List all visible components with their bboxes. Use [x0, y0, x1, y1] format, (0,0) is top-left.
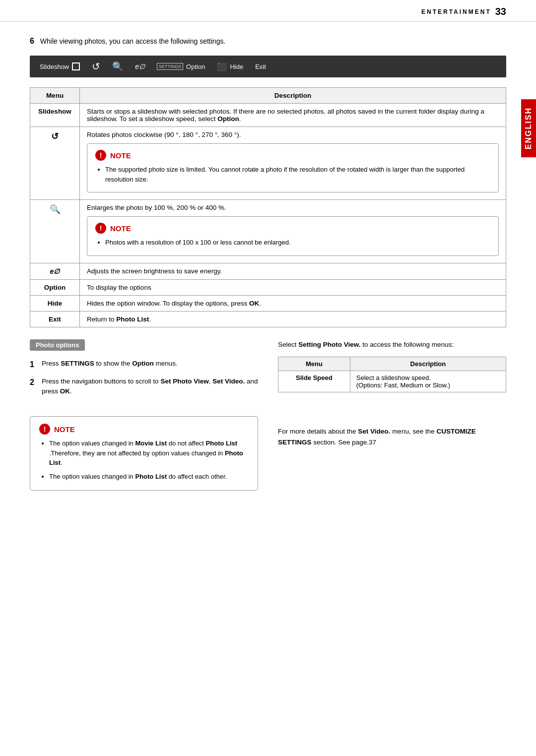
page-header: ENTERTAINMENT 33	[0, 0, 536, 22]
note-header: ! NOTE	[95, 223, 490, 234]
note-content: Photos with a resolution of 100 x 100 or…	[95, 238, 490, 248]
zoom-icon: 🔍	[112, 61, 123, 72]
section-title: ENTERTAINMENT	[421, 8, 491, 15]
menu-desc-slideshow: Starts or stops a slideshow with selecte…	[80, 104, 506, 127]
table-row: ↺ Rotates photos clockwise (90 °, 180 °,…	[30, 127, 506, 200]
menu-name-zoom: 🔍	[30, 200, 80, 263]
photo-options-left: Photo options 1 Press SETTINGS to show t…	[30, 339, 258, 405]
menu-table: Menu Description Slideshow Starts or sto…	[30, 87, 506, 327]
list-item: The option values changed in Movie List …	[49, 439, 249, 468]
note-title: NOTE	[110, 151, 131, 160]
toolbar-option[interactable]: SETTINGS Option	[157, 63, 205, 70]
photo-bottom: ! NOTE The option values changed in Movi…	[30, 416, 506, 501]
steps-list: 1 Press SETTINGS to show the Option menu…	[30, 359, 258, 397]
slideshow-icon-box	[72, 63, 80, 70]
toolbar-zoom[interactable]: 🔍	[112, 61, 123, 72]
settings-icon: SETTINGS	[157, 63, 183, 70]
menu-desc-hide: Hides the option window. To display the …	[80, 295, 506, 311]
step-number-1: 1	[30, 359, 38, 371]
table-row: Option To display the options	[30, 279, 506, 295]
step-1-text: Press SETTINGS to show the Option menus.	[42, 359, 178, 369]
note-icon: !	[39, 424, 50, 435]
small-menu-table: Menu Description Slide Speed Select a sl…	[278, 357, 506, 392]
menu-name-eco: e∅	[30, 263, 80, 279]
table-row: Slide Speed Select a slideshow speed. (O…	[278, 371, 506, 392]
slideshow-label: Slideshow	[40, 63, 69, 70]
menu-desc-exit: Return to Photo List.	[80, 311, 506, 327]
toolbar-hide[interactable]: ⬛ Hide	[217, 62, 243, 71]
photo-options-badge: Photo options	[30, 339, 85, 351]
option-label: Option	[186, 63, 205, 70]
page-container: ENGLISH ENTERTAINMENT 33 6 While viewing…	[0, 0, 536, 756]
menu-name-option: Option	[30, 279, 80, 295]
list-item: 1 Press SETTINGS to show the Option menu…	[30, 359, 258, 371]
menu-desc-option: To display the options	[80, 279, 506, 295]
bottom-right-text: For more details about the Set Video. me…	[278, 426, 506, 447]
note-content: The supported photo size is limited. You…	[95, 165, 490, 184]
menu-desc-rotate: Rotates photos clockwise (90 °, 180 °, 2…	[80, 127, 506, 200]
list-item: The supported photo size is limited. You…	[105, 165, 490, 184]
toolbar-exit[interactable]: Exit	[255, 63, 266, 70]
note-box-rotate: ! NOTE The supported photo size is limit…	[87, 143, 499, 192]
toolbar-rotate[interactable]: ↺	[92, 61, 100, 72]
bottom-left: ! NOTE The option values changed in Movi…	[30, 416, 258, 501]
note-header: ! NOTE	[39, 424, 249, 435]
note-icon: !	[95, 223, 106, 234]
small-desc-slide-speed: Select a slideshow speed. (Options: Fast…	[350, 371, 506, 392]
list-item: Photos with a resolution of 100 x 100 or…	[105, 238, 490, 248]
list-item: 2 Press the navigation buttons to scroll…	[30, 377, 258, 397]
step-2-text: Press the navigation buttons to scroll t…	[42, 377, 258, 397]
col-header-menu: Menu	[30, 88, 80, 104]
menu-desc-zoom: Enlarges the photo by 100 %, 200 % or 40…	[80, 200, 506, 263]
menu-name-hide: Hide	[30, 295, 80, 311]
hide-label: Hide	[230, 63, 243, 70]
note-icon: !	[95, 150, 106, 161]
note-box-zoom: ! NOTE Photos with a resolution of 100 x…	[87, 216, 499, 256]
small-col-menu: Menu	[278, 357, 350, 371]
bottom-right: For more details about the Set Video. me…	[278, 416, 506, 447]
main-content: 6 While viewing photos, you can access t…	[0, 22, 536, 515]
menu-name-exit: Exit	[30, 311, 80, 327]
intro-text: While viewing photos, you can access the…	[40, 37, 226, 45]
photo-options-right: Select Setting Photo View. to access the…	[278, 339, 506, 393]
menu-name-rotate: ↺	[30, 127, 80, 200]
table-row: 🔍 Enlarges the photo by 100 %, 200 % or …	[30, 200, 506, 263]
page-number: 33	[495, 6, 506, 17]
toolbar-bar: Slideshow ↺ 🔍 e∅ SETTINGS Option ⬛ Hide …	[30, 56, 506, 77]
small-col-description: Description	[350, 357, 506, 371]
toolbar-eco[interactable]: e∅	[135, 63, 145, 70]
exit-label: Exit	[255, 63, 266, 70]
table-row: Hide Hides the option window. To display…	[30, 295, 506, 311]
table-row: Exit Return to Photo List.	[30, 311, 506, 327]
toolbar-slideshow[interactable]: Slideshow	[40, 63, 80, 70]
rotate-icon: ↺	[92, 61, 100, 72]
note-title: NOTE	[110, 224, 131, 233]
col-header-description: Description	[80, 88, 506, 104]
table-row: e∅ Adjusts the screen brightness to save…	[30, 263, 506, 279]
small-menu-slide-speed: Slide Speed	[278, 371, 350, 392]
list-item: The option values changed in Photo List …	[49, 472, 249, 482]
photo-options-section: Photo options 1 Press SETTINGS to show t…	[30, 339, 506, 405]
note-header: ! NOTE	[95, 150, 490, 161]
standalone-note: ! NOTE The option values changed in Movi…	[30, 416, 258, 491]
table-row: Slideshow Starts or stops a slideshow wi…	[30, 104, 506, 127]
intro-paragraph: 6 While viewing photos, you can access t…	[30, 37, 506, 46]
note-title: NOTE	[54, 425, 75, 434]
step-number-2: 2	[30, 377, 38, 388]
menu-desc-eco: Adjusts the screen brightness to save en…	[80, 263, 506, 279]
note-content: The option values changed in Movie List …	[39, 439, 249, 481]
menu-name-slideshow: Slideshow	[30, 104, 80, 127]
eco-icon: e∅	[135, 63, 145, 70]
right-intro-text: Select Setting Photo View. to access the…	[278, 339, 506, 350]
language-tab: ENGLISH	[521, 99, 536, 157]
step-number-6: 6	[30, 37, 34, 45]
hide-icon: ⬛	[217, 62, 227, 71]
